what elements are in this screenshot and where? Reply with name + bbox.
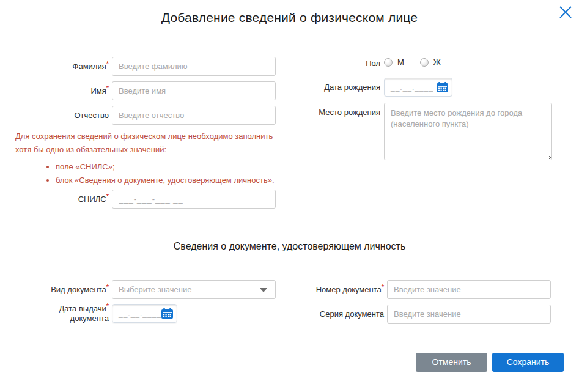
gender-female-label[interactable]: Ж [433, 57, 441, 67]
doc-type-placeholder: Выберите значение [119, 285, 191, 294]
gender-female-radio[interactable] [420, 58, 429, 67]
required-asterisk: * [106, 283, 109, 290]
birth-place-label: Место рождения [269, 108, 380, 117]
cancel-button[interactable]: Отменить [416, 353, 487, 372]
doc-number-input[interactable] [387, 280, 551, 299]
gender-label: Пол [269, 59, 380, 68]
required-fields-warning: Для сохранения сведений о физическом лиц… [15, 130, 303, 187]
snils-label: СНИЛС* [12, 194, 109, 204]
required-asterisk: * [106, 84, 109, 92]
warning-bullet: поле «СНИЛС»; [56, 160, 303, 174]
chevron-down-icon [260, 288, 267, 292]
patronymic-label: Отчество [12, 111, 109, 120]
required-asterisk: * [382, 283, 384, 290]
calendar-icon[interactable] [437, 82, 448, 92]
required-asterisk: * [106, 60, 109, 67]
patronymic-input[interactable] [112, 106, 276, 125]
warning-text-line1: Для сохранения сведений о физическом лиц… [15, 130, 303, 143]
birth-place-textarea[interactable] [384, 103, 552, 160]
warning-bullet-list: поле «СНИЛС»; блок «Сведения о документе… [15, 160, 303, 187]
doc-issue-date-label: Дата выдачи* документа [12, 304, 109, 324]
gender-male-label[interactable]: М [397, 57, 404, 67]
birth-date-input[interactable]: __.__.____ [384, 78, 452, 97]
name-label: Имя* [12, 86, 109, 96]
gender-radio-group: М Ж [384, 57, 452, 67]
birth-date-label: Дата рождения [269, 83, 380, 92]
calendar-icon[interactable] [161, 308, 173, 319]
document-section-title: Сведения о документе, удостоверяющем лич… [0, 241, 579, 252]
close-icon [558, 5, 573, 20]
doc-type-select[interactable]: Выберите значение [112, 280, 276, 299]
doc-issue-date-mask: __.__.____ [119, 309, 161, 318]
doc-type-label: Вид документа* [12, 285, 109, 295]
doc-number-label: Номер документа* [275, 285, 384, 295]
warning-text-line2: хотя бы одно из обязательных значений: [15, 143, 303, 157]
birth-date-mask: __.__.____ [391, 83, 433, 92]
gender-male-radio[interactable] [384, 58, 393, 67]
warning-bullet: блок «Сведения о документе, удостоверяющ… [56, 174, 303, 187]
snils-input[interactable] [112, 190, 276, 209]
doc-issue-date-input[interactable]: __.__.____ [112, 304, 177, 323]
required-asterisk: * [106, 302, 109, 309]
doc-series-label: Серия документа [275, 309, 384, 319]
close-button[interactable] [557, 4, 574, 21]
add-person-dialog: Добавление сведений о физическом лице Фа… [0, 0, 579, 392]
required-asterisk: * [106, 193, 109, 200]
save-button[interactable]: Сохранить [492, 353, 564, 372]
dialog-title: Добавление сведений о физическом лице [0, 10, 579, 25]
doc-series-input[interactable] [387, 305, 551, 324]
surname-input[interactable] [112, 57, 276, 76]
name-input[interactable] [112, 81, 276, 100]
surname-label: Фамилия* [12, 62, 109, 72]
